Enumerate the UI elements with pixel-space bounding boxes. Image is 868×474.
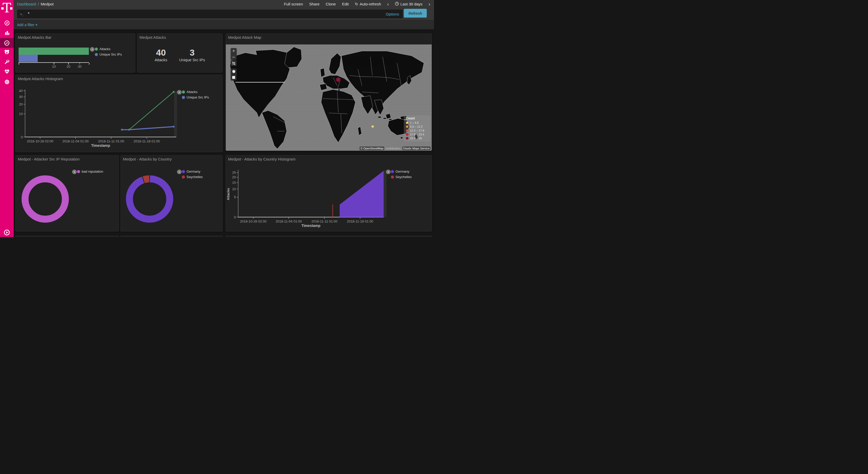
map-control-group: +−	[231, 48, 237, 60]
expand-legend-button[interactable]: ›	[72, 170, 77, 174]
wrench-icon	[4, 59, 10, 65]
sidebar-item-timelion[interactable]	[0, 47, 14, 57]
legend-color-dot	[182, 96, 185, 99]
attribution-link[interactable]: Elastic Maps Service	[402, 147, 430, 150]
legend-item[interactable]: Unique Src IPs	[95, 53, 122, 56]
svg-text:2018-11-11 01:00: 2018-11-11 01:00	[98, 139, 124, 143]
legend-label: Seychelles	[187, 175, 203, 179]
donut-slice-germany[interactable]	[129, 179, 170, 219]
chart-legend: AttacksUnique Src IPs	[95, 47, 122, 58]
panel-attacks-by-country: Medpot - Attacks by Country › GermanySey…	[120, 155, 223, 232]
data-point[interactable]	[128, 129, 130, 130]
legend-item[interactable]: Seychelles	[391, 175, 412, 179]
map-legend-item: 1 – 6.6	[406, 121, 429, 124]
time-forward-button[interactable]: ›	[429, 2, 430, 6]
svg-text:0: 0	[234, 215, 236, 219]
area-chart-canvas: 0510152025Attacks2018-10-28 02:002018-11…	[226, 155, 432, 232]
sidebar-collapse-button[interactable]	[4, 230, 10, 235]
add-filter-button[interactable]: Add a filter +	[17, 23, 38, 27]
telekom-logo[interactable]: T	[0, 2, 14, 17]
legend-item[interactable]: Germany	[182, 170, 203, 173]
attribution-text: contributors,	[385, 147, 402, 150]
map-point-seychelles-attack-point[interactable]	[371, 125, 374, 128]
legend-item[interactable]: Germany	[391, 170, 412, 173]
sidebar-item-dashboard[interactable]	[0, 38, 14, 48]
svg-text:0: 0	[21, 135, 23, 139]
map-legend-item: 17.8 – 23.4	[406, 133, 429, 136]
attribution-link[interactable]: © OpenStreetMap	[360, 147, 384, 150]
legend-item[interactable]: Attacks	[182, 90, 209, 94]
share-button[interactable]: Share	[309, 2, 319, 6]
bar-unique-src-ips[interactable]	[19, 55, 38, 62]
query-value: *	[28, 11, 386, 16]
map-pentagon-button[interactable]	[231, 68, 237, 75]
legend-item[interactable]: Seychelles	[182, 175, 203, 179]
edit-button[interactable]: Edit	[342, 2, 349, 6]
world-map[interactable]: +− Count 1 – 6.66.6 – 12.212.2 – 17.817.…	[226, 45, 432, 151]
panel-medpot-attack-map: Medpot Attack Map	[225, 33, 432, 151]
expand-legend-button[interactable]: ›	[386, 170, 391, 174]
legend-color-dot	[182, 176, 185, 179]
series-line-attacks[interactable]	[122, 92, 174, 130]
sidebar-item-monitoring[interactable]	[0, 67, 14, 77]
legend-label: Germany	[187, 170, 200, 173]
map-crop-button[interactable]	[231, 60, 237, 66]
x-axis-tick: 30	[80, 62, 80, 65]
svg-text:15: 15	[232, 181, 236, 184]
legend-item[interactable]: Attacks	[95, 47, 122, 51]
map-square-button[interactable]	[231, 75, 237, 80]
panel-medpot-attacks-histogram: Medpot Attacks Histogram 0102030402018-1…	[15, 75, 223, 152]
query-options-link[interactable]: Options	[386, 12, 399, 16]
expand-legend-button[interactable]: ›	[177, 170, 182, 174]
legend-item[interactable]: Unique Src IPs	[182, 95, 209, 99]
data-point[interactable]	[173, 126, 175, 127]
plus-icon: +	[35, 23, 38, 27]
page-title: Medpot	[41, 2, 54, 6]
search-input[interactable]: >_ * Options	[17, 9, 403, 18]
filter-bar: Add a filter +	[14, 20, 434, 29]
refresh-cycle-icon: ↻	[355, 2, 358, 6]
query-bar: >_ * Options Refresh	[14, 8, 434, 20]
refresh-button[interactable]: Refresh	[404, 9, 427, 18]
clone-button[interactable]: Clone	[326, 2, 336, 6]
expand-legend-button[interactable]: ›	[90, 47, 95, 52]
bar-attacks[interactable]	[19, 48, 89, 55]
donut-slice-bad-reputation[interactable]	[25, 179, 65, 219]
legend-label: Unique Src IPs	[187, 95, 209, 99]
svg-text:20: 20	[19, 102, 23, 106]
auto-refresh-button[interactable]: ↻ Auto-refresh	[355, 2, 381, 6]
series-area-germany[interactable]	[340, 171, 383, 217]
next-row-panel-partial	[15, 236, 119, 237]
x-axis-tick	[89, 62, 89, 65]
top-navigation-bar: Dashboard / Medpot Full screen Share Clo…	[14, 0, 434, 8]
sidebar-item-dev-tools[interactable]	[0, 57, 14, 67]
time-back-button[interactable]: ‹	[387, 2, 389, 6]
sidebar-item-management[interactable]	[0, 77, 14, 87]
svg-text:20: 20	[232, 175, 236, 179]
breadcrumb-dashboard-link[interactable]: Dashboard	[17, 2, 36, 6]
expand-legend-button[interactable]: ›	[177, 90, 182, 95]
data-point[interactable]	[173, 91, 175, 93]
sidebar-item-visualize[interactable]	[0, 28, 14, 37]
metric-label: Unique Src IPs	[179, 58, 205, 62]
series-bar-seychelles[interactable]	[333, 204, 333, 217]
map-point-germany-attack-cluster[interactable]	[336, 77, 341, 82]
data-point[interactable]	[121, 129, 123, 130]
svg-text:10: 10	[232, 187, 236, 191]
panel-medpot-attacks-metric: Medpot Attacks 40 Attacks 3 Unique Src I…	[137, 33, 223, 72]
panel-title: Medpot Attacks	[140, 35, 166, 39]
map-legend-dot	[406, 121, 408, 124]
legend-item[interactable]: bad reputation	[77, 170, 103, 173]
panel-title: Medpot Attacks Bar	[18, 35, 52, 39]
map-minus-button[interactable]: −	[231, 54, 237, 60]
map-plus-button[interactable]: +	[231, 48, 237, 54]
sidebar-item-discover[interactable]	[0, 18, 14, 28]
svg-text:30: 30	[19, 95, 23, 99]
full-screen-button[interactable]: Full screen	[284, 2, 303, 6]
svg-text:Timestamp: Timestamp	[302, 224, 320, 228]
legend-label: Germany	[396, 170, 409, 173]
bar-chart-icon	[4, 30, 10, 35]
time-range-picker[interactable]: Last 30 days	[395, 2, 423, 6]
donut-chart-canvas	[121, 155, 223, 232]
legend-label: Attacks	[99, 47, 111, 51]
